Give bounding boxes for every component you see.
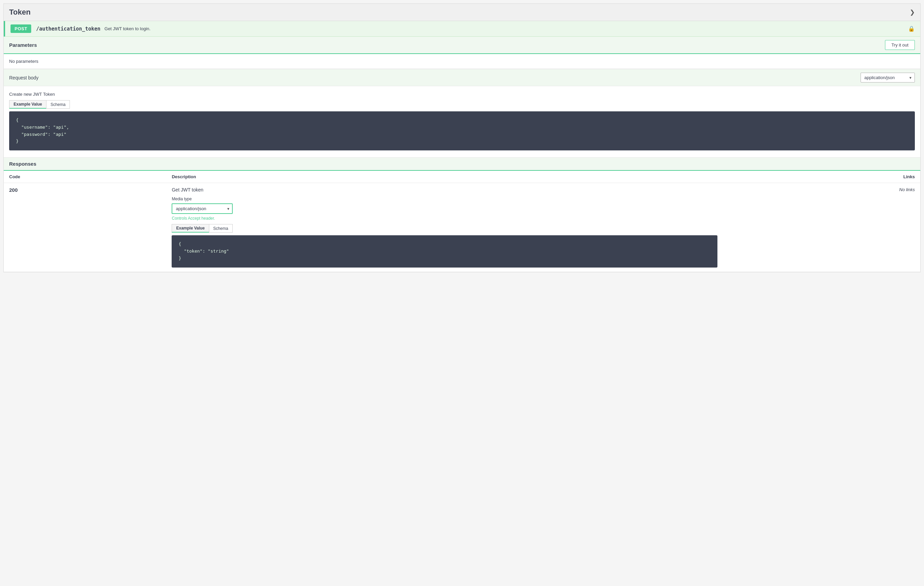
response-code: 200 bbox=[4, 183, 166, 271]
col-code: Code bbox=[4, 171, 166, 183]
controls-accept-text: Controls Accept header. bbox=[172, 216, 718, 221]
jwt-code-block: { "username": "api", "password": "api" } bbox=[9, 111, 915, 151]
jwt-tabs-row: Example Value Schema bbox=[9, 100, 915, 109]
page-title: Token bbox=[9, 8, 31, 17]
table-row: 200 Get JWT token Media type application… bbox=[4, 183, 920, 271]
response-tab-schema[interactable]: Schema bbox=[209, 224, 233, 233]
media-type-select-wrapper: application/json bbox=[172, 204, 233, 214]
jwt-title: Create new JWT Token bbox=[9, 92, 915, 97]
request-body-header: Request body application/json bbox=[4, 69, 920, 86]
jwt-section: Create new JWT Token Example Value Schem… bbox=[4, 86, 920, 157]
request-body-content-type-select[interactable]: application/json bbox=[861, 73, 915, 83]
response-desc-title: Get JWT token bbox=[172, 187, 718, 192]
token-header: Token ❯ bbox=[4, 4, 920, 21]
no-links: No links bbox=[723, 183, 920, 271]
endpoint-bar: POST /authentication_token Get JWT token… bbox=[4, 21, 920, 36]
responses-label: Responses bbox=[9, 161, 36, 167]
media-type-select[interactable]: application/json bbox=[172, 204, 233, 214]
tab-schema[interactable]: Schema bbox=[46, 100, 70, 109]
col-links: Links bbox=[723, 171, 920, 183]
responses-table: Code Description Links 200 Get JWT token… bbox=[4, 171, 920, 271]
responses-section-header: Responses bbox=[4, 157, 920, 171]
endpoint-description: Get JWT token to login. bbox=[104, 26, 908, 31]
media-type-label: Media type bbox=[172, 197, 718, 201]
method-badge: POST bbox=[10, 25, 31, 33]
response-tab-example-value[interactable]: Example Value bbox=[172, 224, 209, 233]
no-parameters-text: No parameters bbox=[4, 54, 920, 69]
response-code-block: { "token": "string" } bbox=[172, 235, 718, 267]
request-body-label: Request body bbox=[9, 75, 38, 81]
page-wrapper: Token ❯ POST /authentication_token Get J… bbox=[3, 3, 921, 272]
response-code-value: 200 bbox=[9, 187, 18, 193]
endpoint-path: /authentication_token bbox=[36, 26, 101, 32]
response-tabs-row: Example Value Schema bbox=[172, 224, 718, 233]
col-description: Description bbox=[166, 171, 723, 183]
lock-icon: 🔒 bbox=[908, 25, 915, 32]
parameters-label: Parameters bbox=[9, 42, 37, 48]
parameters-section-header: Parameters Try it out bbox=[4, 36, 920, 54]
tab-example-value[interactable]: Example Value bbox=[9, 100, 46, 109]
collapse-icon[interactable]: ❯ bbox=[910, 8, 915, 16]
try-it-out-button[interactable]: Try it out bbox=[885, 40, 915, 50]
request-body-content-type-wrapper: application/json bbox=[861, 73, 915, 83]
response-description-cell: Get JWT token Media type application/jso… bbox=[166, 183, 723, 271]
